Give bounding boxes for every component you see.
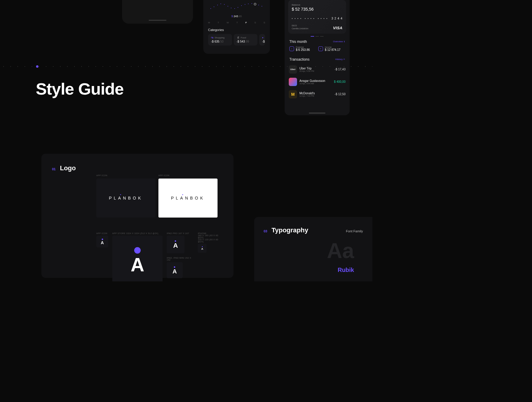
this-month-label: This month bbox=[289, 40, 307, 44]
chart-value-cents: .65 bbox=[238, 15, 242, 18]
category-card-shopping[interactable]: 🛍Shopping -$ 635.50 bbox=[208, 34, 232, 46]
transactions-list: Uber Uber Trip 20 Apr, 5:56 PM -$ 17,43 … bbox=[285, 63, 350, 100]
app-icon-sm: A bbox=[96, 236, 108, 247]
plus-icon: + bbox=[318, 46, 323, 51]
cat-cents: .99 bbox=[245, 40, 249, 43]
mockup-wallet-phone: Balance $ 52 735,56 • • • • • • • • • • … bbox=[285, 0, 350, 115]
chart-value: $ 243.65 bbox=[208, 15, 265, 18]
day-s2[interactable]: S bbox=[264, 21, 265, 24]
day-f[interactable]: F bbox=[245, 21, 247, 24]
category-card-food[interactable]: 🍴Food -$ 543.99 bbox=[234, 34, 258, 46]
app-icon-ipad-mini: A bbox=[167, 262, 183, 278]
day-t[interactable]: T bbox=[218, 21, 219, 24]
typography-section: 03 Typography Font Family Aa Rubik bbox=[254, 217, 372, 281]
avatar-icon bbox=[289, 78, 297, 86]
section-header: 01 Logo bbox=[52, 164, 223, 172]
card-mask-group: • • • • bbox=[292, 17, 302, 20]
transaction-row-mcdonalds[interactable]: M McDonald's 12 Apr, 7:34 PM -$ 12,50 bbox=[289, 88, 346, 100]
cat-name: Shopping bbox=[215, 36, 225, 39]
transactions-label: Transactions bbox=[289, 57, 309, 61]
page-dot-active[interactable] bbox=[311, 36, 314, 37]
card-balance-label: Balance bbox=[292, 4, 343, 6]
this-month-row: This month Overview ⫾ bbox=[285, 37, 350, 45]
app-icon-ipad-pro: A bbox=[167, 236, 184, 253]
chart-area bbox=[208, 2, 265, 14]
day-m[interactable]: M bbox=[208, 21, 210, 24]
logo-card-dark: APP ICON PLANBOK bbox=[96, 179, 155, 218]
page-dot[interactable] bbox=[320, 36, 324, 37]
chart-active-point-icon bbox=[254, 3, 256, 5]
icon-size-label: IPHONE 180 X 180 (60 X 60 @3X) 120 X 120… bbox=[198, 232, 223, 243]
cat-cents: .50 bbox=[219, 40, 223, 43]
list-icon: ≡ bbox=[343, 58, 345, 61]
tx-date: 16 Apr, 9:94 AM bbox=[299, 82, 332, 85]
app-icon-lg: A bbox=[112, 236, 163, 281]
section-number: 01 bbox=[52, 167, 56, 171]
logo-label: APP ICON bbox=[96, 174, 107, 176]
transaction-row-person[interactable]: Ansgar Gustavsson 16 Apr, 9:94 AM $ 400,… bbox=[289, 76, 346, 88]
page-dot[interactable] bbox=[315, 36, 319, 37]
categories-heading: Categories bbox=[208, 28, 265, 32]
icon-size-label: IPAD, IPAD MINI 152 X 152 bbox=[167, 257, 194, 261]
category-card-clipped[interactable]: ♦ -$ bbox=[259, 34, 265, 46]
section-title: Typography bbox=[272, 226, 308, 234]
card-mask-group: • • • • bbox=[318, 17, 328, 20]
day-s[interactable]: S bbox=[254, 21, 256, 24]
icon-size-label: APP STORE 1024 X 1024 (512 X 512 @2X) bbox=[112, 232, 163, 234]
expense-label: Expense bbox=[296, 46, 310, 48]
cat-amount: -$ bbox=[262, 40, 265, 43]
income-amount: $ 12 874.17 bbox=[325, 48, 340, 51]
visa-logo: VISA bbox=[333, 26, 343, 30]
app-icon-grid: APP ICON A APP STORE 1024 X 1024 (512 X … bbox=[96, 232, 223, 281]
chart-dotted-line bbox=[208, 2, 265, 11]
chart-day-row: M T W T F S S bbox=[208, 21, 265, 24]
card-mask-group: • • • • bbox=[305, 17, 315, 20]
transactions-header: Transactions History ≡ bbox=[285, 53, 350, 63]
logo-card-light: APP ICON PLANBOK bbox=[158, 179, 218, 218]
chart-value-prefix: $ bbox=[231, 15, 233, 18]
shopping-icon: 🛍 bbox=[211, 36, 213, 39]
tx-date: 20 Apr, 5:56 PM bbox=[299, 70, 332, 72]
divider-active-dot bbox=[36, 65, 38, 68]
tx-name: Uber Trip bbox=[299, 67, 332, 70]
top-mockups-row: $ 243.65 M T W T F S S Categories 🛍Shopp… bbox=[0, 0, 372, 56]
overview-link[interactable]: Overview ⫾ bbox=[333, 40, 345, 43]
day-w[interactable]: W bbox=[227, 21, 229, 24]
planbok-logo-black: PLANBOK bbox=[171, 196, 205, 200]
section-divider bbox=[0, 66, 372, 67]
home-indicator bbox=[309, 113, 325, 114]
expense-item[interactable]: − Expense $ 6 253.86 bbox=[289, 46, 316, 51]
chart-bars-icon: ⫾ bbox=[344, 40, 345, 43]
tx-amount: $ 400,00 bbox=[334, 80, 346, 83]
card-number-row: • • • • • • • • • • • • 3 2 4 4 bbox=[292, 17, 343, 20]
cat-name: Food bbox=[241, 36, 246, 39]
cat-amount: -$ 543 bbox=[237, 40, 245, 43]
tx-name: Ansgar Gustavsson bbox=[299, 79, 332, 82]
wallet-card[interactable]: Balance $ 52 735,56 • • • • • • • • • • … bbox=[288, 0, 346, 34]
income-item[interactable]: + Income $ 12 874.17 bbox=[318, 46, 345, 51]
tx-date: 12 Apr, 7:34 PM bbox=[299, 95, 332, 97]
tx-amount: -$ 12,50 bbox=[335, 93, 346, 96]
mcdonalds-icon: M bbox=[289, 90, 297, 98]
typography-header: 03 Typography Font Family bbox=[264, 226, 363, 234]
expense-amount: $ 6 253.86 bbox=[296, 48, 310, 51]
page-title: Style Guide bbox=[36, 79, 124, 98]
section-title: Logo bbox=[60, 164, 76, 172]
card-last4: 3 2 4 4 bbox=[331, 17, 343, 20]
mockup-blank-phone bbox=[122, 0, 193, 24]
chart-value-main: 243 bbox=[233, 15, 238, 18]
icon-size-label: IPAD PRO 167 X 167 bbox=[167, 232, 194, 234]
expense-income-row: − Expense $ 6 253.86 + Income $ 12 874.1… bbox=[285, 45, 350, 53]
diamond-icon: ♦ bbox=[262, 36, 263, 39]
card-holder: Camilla Lindström bbox=[292, 27, 308, 30]
day-t2[interactable]: T bbox=[236, 21, 238, 24]
tx-name: McDonald's bbox=[299, 92, 332, 95]
planbok-logo-white: PLANBOK bbox=[109, 196, 143, 200]
font-family-label: Font Family bbox=[346, 229, 363, 233]
logo-label: APP ICON bbox=[158, 174, 169, 176]
section-number: 03 bbox=[264, 229, 267, 233]
history-link[interactable]: History ≡ bbox=[335, 58, 345, 61]
app-icon-iphone: A bbox=[198, 244, 207, 253]
card-balance-value: $ 52 735,56 bbox=[292, 7, 343, 12]
transaction-row-uber[interactable]: Uber Uber Trip 20 Apr, 5:56 PM -$ 17,43 bbox=[289, 63, 346, 76]
